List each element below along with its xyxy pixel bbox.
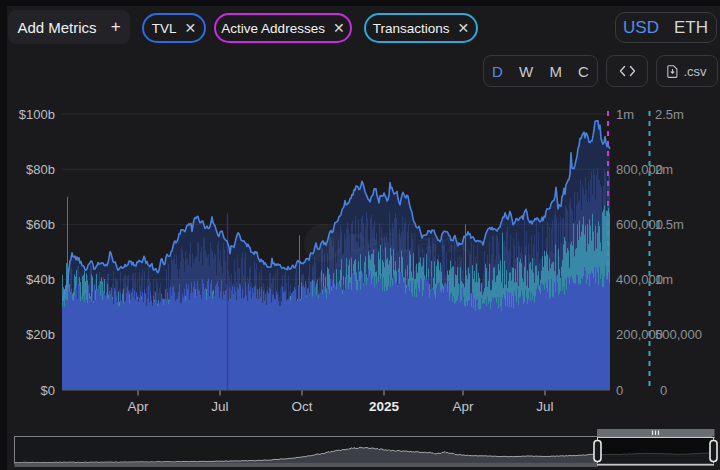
svg-text:$40b: $40b [26,272,55,287]
svg-text:DefiLlama: DefiLlama [348,229,469,257]
svg-text:Apr: Apr [452,399,474,414]
svg-text:1m: 1m [655,272,673,287]
svg-text:$100b: $100b [19,107,55,122]
svg-text:2025: 2025 [369,399,400,414]
svg-text:Apr: Apr [127,399,149,414]
svg-text:2m: 2m [655,162,673,177]
svg-text:1.5m: 1.5m [655,217,684,232]
svg-text:Oct: Oct [291,399,312,414]
svg-text:0: 0 [660,383,667,398]
svg-text:0: 0 [616,383,623,398]
svg-text:500,000: 500,000 [655,327,702,342]
svg-text:$20b: $20b [26,327,55,342]
svg-text:2.5m: 2.5m [655,107,684,122]
svg-text:$60b: $60b [26,217,55,232]
svg-text:$80b: $80b [26,162,55,177]
svg-text:1m: 1m [616,107,634,122]
svg-text:Jul: Jul [536,399,553,414]
svg-text:$0: $0 [41,383,55,398]
svg-text:Jul: Jul [211,399,228,414]
